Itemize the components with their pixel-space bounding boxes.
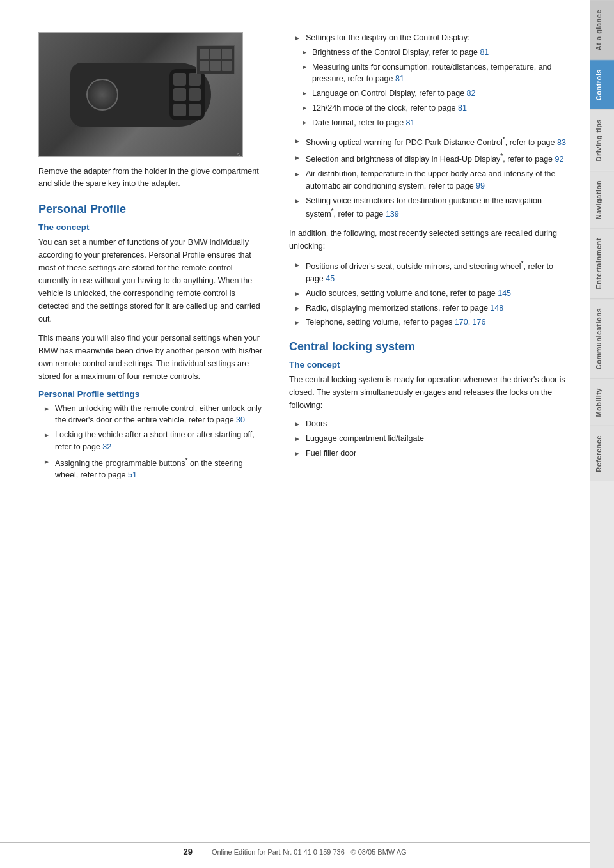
central-concept-heading: The concept bbox=[289, 360, 571, 369]
bullet-triangle-14: ► bbox=[294, 449, 303, 458]
key-circle bbox=[86, 79, 118, 111]
display-sub-bullets-list: ► Brightness of the Control Display, ref… bbox=[289, 47, 571, 129]
bullet-triangle-9: ► bbox=[294, 289, 303, 298]
concept-text-1: You can set a number of functions of you… bbox=[38, 236, 264, 325]
sidebar: At a glance Controls Driving tips Naviga… bbox=[590, 0, 614, 868]
bullet-triangle-1: ► bbox=[43, 404, 52, 414]
page-ref-83[interactable]: 83 bbox=[557, 138, 566, 147]
sidebar-tab-reference[interactable]: Reference bbox=[590, 426, 614, 481]
page-ref-81a[interactable]: 81 bbox=[480, 48, 489, 57]
more-bullets-list: ► Showing optical warning for PDC Park D… bbox=[289, 135, 571, 221]
display-sub-bullet-3: ► Language on Control Display, refer to … bbox=[289, 88, 571, 100]
page-ref-99[interactable]: 99 bbox=[476, 182, 485, 190]
pp-bullets-list: ► When unlocking with the remote control… bbox=[38, 403, 264, 482]
page-ref-81d[interactable]: 81 bbox=[406, 118, 415, 127]
page-ref-92[interactable]: 92 bbox=[555, 155, 564, 164]
central-concept-text: The central locking system is ready for … bbox=[289, 373, 571, 412]
sub-bullet-triangle-5: ► bbox=[302, 119, 310, 128]
page-ref-45[interactable]: 45 bbox=[326, 274, 335, 283]
asterisk-4: * bbox=[331, 208, 334, 215]
key-buttons bbox=[169, 69, 205, 120]
central-bullets-list: ► Doors ► Luggage compartment lid/tailga… bbox=[289, 418, 571, 459]
key-btn-4 bbox=[189, 88, 201, 101]
display-sub-bullet-1: ► Brightness of the Control Display, ref… bbox=[289, 47, 571, 59]
bullet-triangle-display: ► bbox=[294, 33, 303, 43]
asterisk-2: * bbox=[503, 136, 505, 143]
central-locking-heading: Central locking system bbox=[289, 340, 571, 353]
display-settings-bullet: ► Settings for the display on the Contro… bbox=[289, 32, 571, 44]
key-btn-3 bbox=[173, 88, 186, 101]
page-ref-176[interactable]: 176 bbox=[473, 318, 486, 327]
asterisk-1: * bbox=[185, 457, 188, 464]
right-column: ► Settings for the display on the Contro… bbox=[283, 32, 571, 842]
key-btn-1 bbox=[173, 73, 186, 86]
page-ref-32[interactable]: 32 bbox=[102, 442, 111, 451]
bullet-triangle-7: ► bbox=[294, 196, 303, 206]
page-ref-82[interactable]: 82 bbox=[467, 89, 476, 98]
sub-bullet-triangle-2: ► bbox=[302, 63, 310, 72]
display-settings-list: ► Settings for the display on the Contro… bbox=[289, 32, 571, 44]
pp-bullet-1: ► When unlocking with the remote control… bbox=[38, 403, 264, 427]
page-ref-81c[interactable]: 81 bbox=[458, 104, 467, 112]
more-bullet-2: ► Selection and brightness of display in… bbox=[289, 151, 571, 166]
sidebar-tab-navigation[interactable]: Navigation bbox=[590, 171, 614, 228]
bullet-triangle-8: ► bbox=[294, 260, 303, 270]
key-btn-5 bbox=[173, 104, 186, 116]
key-display bbox=[196, 45, 235, 74]
page-ref-51[interactable]: 51 bbox=[128, 470, 137, 479]
display-sub-bullet-2: ► Measuring units for consumption, route… bbox=[289, 61, 571, 86]
sidebar-tab-mobility[interactable]: Mobility bbox=[590, 378, 614, 426]
central-bullet-2: ► Luggage compartment lid/tailgate bbox=[289, 433, 571, 445]
left-column: W0Q20151ENA Remove the adapter from the … bbox=[38, 32, 283, 842]
page-ref-148[interactable]: 148 bbox=[490, 304, 503, 313]
bullet-triangle-5: ► bbox=[294, 153, 303, 162]
car-image: W0Q20151ENA bbox=[39, 33, 242, 156]
personal-profile-heading: Personal Profile bbox=[38, 203, 264, 216]
page-ref-30[interactable]: 30 bbox=[236, 415, 245, 424]
bullet-triangle-13: ► bbox=[294, 434, 303, 444]
recall-bullet-2: ► Audio sources, setting volume and tone… bbox=[289, 288, 571, 300]
bullet-triangle-4: ► bbox=[294, 136, 303, 146]
pp-bullet-3: ► Assigning the programmable buttons* on… bbox=[38, 456, 264, 482]
bullet-triangle-10: ► bbox=[294, 304, 303, 313]
bullet-triangle-12: ► bbox=[294, 419, 303, 429]
display-sub-bullet-5: ► Date format, refer to page 81 bbox=[289, 117, 571, 129]
image-watermark: W0Q20151ENA bbox=[235, 153, 241, 157]
page-footer: 29 Online Edition for Part-Nr. 01 41 0 1… bbox=[0, 842, 590, 856]
key-shape bbox=[70, 63, 211, 127]
more-bullet-1: ► Showing optical warning for PDC Park D… bbox=[289, 135, 571, 149]
bullet-triangle-11: ► bbox=[294, 318, 303, 327]
page-number: 29 bbox=[183, 847, 192, 856]
concept-text-2: This means you will also find your perso… bbox=[38, 332, 264, 383]
sub-bullet-triangle-3: ► bbox=[302, 89, 310, 98]
recall-bullet-1: ► Positions of driver's seat, outside mi… bbox=[289, 259, 571, 285]
recall-bullet-3: ► Radio, displaying memorized stations, … bbox=[289, 302, 571, 314]
image-caption: Remove the adapter from the holder in th… bbox=[38, 166, 264, 190]
page-ref-170[interactable]: 170 bbox=[455, 318, 468, 327]
concept-heading: The concept bbox=[38, 222, 264, 232]
sub-bullet-triangle-4: ► bbox=[302, 104, 310, 113]
central-bullet-1: ► Doors bbox=[289, 418, 571, 430]
sidebar-tab-at-a-glance[interactable]: At a glance bbox=[590, 0, 614, 59]
more-bullet-4: ► Setting voice instructions for destina… bbox=[289, 195, 571, 221]
sidebar-tab-controls[interactable]: Controls bbox=[590, 59, 614, 109]
key-btn-6 bbox=[189, 104, 201, 116]
main-content: W0Q20151ENA Remove the adapter from the … bbox=[0, 0, 590, 868]
asterisk-3: * bbox=[500, 153, 503, 160]
sub-bullet-triangle-1: ► bbox=[302, 49, 310, 58]
display-sub-bullet-4: ► 12h/24h mode of the clock, refer to pa… bbox=[289, 102, 571, 114]
more-bullet-3: ► Air distribution, temperature in the u… bbox=[289, 168, 571, 192]
footer-text: Online Edition for Part-Nr. 01 41 0 159 … bbox=[212, 848, 407, 856]
sidebar-tab-entertainment[interactable]: Entertainment bbox=[590, 228, 614, 298]
car-image-box: W0Q20151ENA bbox=[38, 32, 243, 157]
sidebar-tab-communications[interactable]: Communications bbox=[590, 298, 614, 378]
recall-text: In addition, the following, most recentl… bbox=[289, 227, 571, 252]
pp-bullet-2: ► Locking the vehicle after a short time… bbox=[38, 429, 264, 453]
bullet-triangle-3: ► bbox=[43, 457, 52, 467]
recall-bullet-4: ► Telephone, setting volume, refer to pa… bbox=[289, 316, 571, 329]
page-ref-145[interactable]: 145 bbox=[498, 289, 511, 298]
sidebar-tab-driving-tips[interactable]: Driving tips bbox=[590, 109, 614, 171]
page-ref-81b[interactable]: 81 bbox=[395, 74, 404, 83]
page-ref-139[interactable]: 139 bbox=[386, 210, 399, 219]
key-btn-2 bbox=[189, 73, 201, 86]
